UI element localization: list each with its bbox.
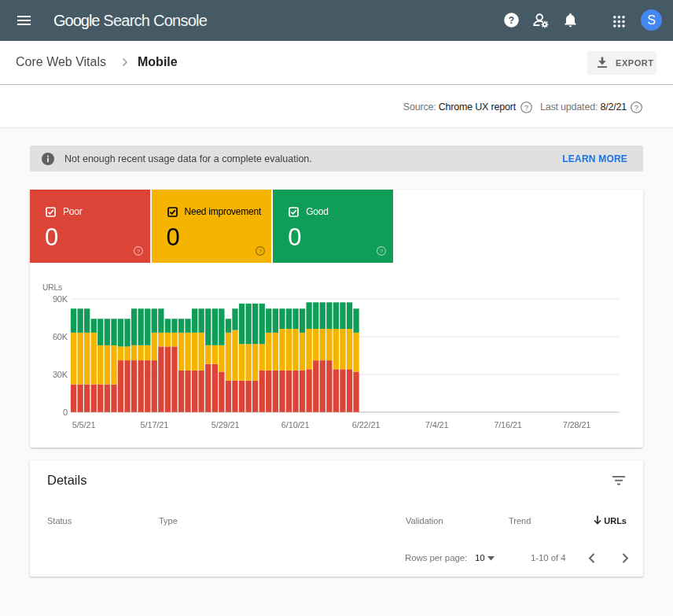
svg-text:5/17/21: 5/17/21 bbox=[141, 420, 169, 430]
svg-text:0: 0 bbox=[63, 408, 68, 417]
svg-text:7/4/21: 7/4/21 bbox=[425, 420, 449, 430]
svg-text:5/5/21: 5/5/21 bbox=[72, 420, 96, 430]
svg-text:7/28/21: 7/28/21 bbox=[563, 420, 591, 430]
svg-text:60K: 60K bbox=[53, 332, 68, 341]
svg-text:6/10/21: 6/10/21 bbox=[281, 420, 310, 430]
svg-text:URLs: URLs bbox=[42, 283, 62, 292]
svg-text:?: ? bbox=[380, 248, 384, 255]
svg-text:90K: 90K bbox=[53, 294, 68, 304]
svg-text:?: ? bbox=[137, 248, 141, 255]
svg-text:5/29/21: 5/29/21 bbox=[211, 420, 240, 430]
svg-text:?: ? bbox=[258, 248, 262, 255]
svg-text:?: ? bbox=[634, 103, 638, 112]
svg-text:6/22/21: 6/22/21 bbox=[352, 420, 381, 430]
svg-text:?: ? bbox=[524, 103, 528, 112]
svg-text:30K: 30K bbox=[53, 370, 68, 379]
svg-text:7/16/21: 7/16/21 bbox=[494, 420, 522, 430]
svg-text:?: ? bbox=[509, 15, 514, 26]
